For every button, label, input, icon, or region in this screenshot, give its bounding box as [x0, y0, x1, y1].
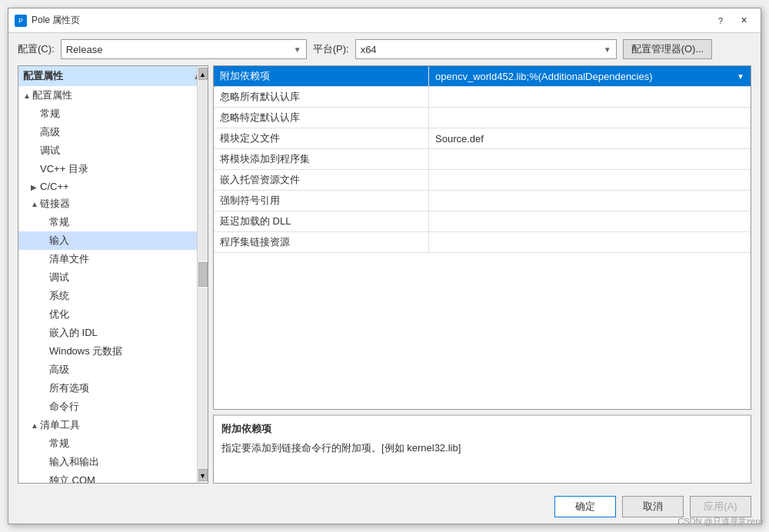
props-key: 忽略特定默认认库 — [214, 108, 429, 128]
title-bar: P Pole 属性页 ? ✕ — [8, 8, 761, 33]
dialog: P Pole 属性页 ? ✕ 配置(C): Release ▼ 平台(P): x… — [8, 8, 761, 524]
tree-item-linker-optimize[interactable]: 优化 — [18, 305, 208, 324]
props-val — [429, 170, 751, 190]
desc-title: 附加依赖项 — [221, 422, 743, 436]
scroll-track-2 — [198, 288, 208, 469]
props-row-0[interactable]: 附加依赖项 opencv_world452.lib;%(AdditionalDe… — [214, 66, 751, 87]
tree-header-label: 配置属性 — [23, 69, 63, 83]
scroll-down-btn[interactable]: ▼ — [198, 469, 208, 481]
props-val — [429, 232, 751, 252]
config-label: 配置(C): — [18, 42, 55, 56]
title-bar-left: P Pole 属性页 — [15, 14, 80, 27]
tree-item-vc-dir[interactable]: VC++ 目录 — [18, 160, 208, 178]
desc-text: 指定要添加到链接命令行的附加项。[例如 kernel32.lib] — [221, 441, 743, 456]
props-val — [429, 211, 751, 231]
props-key: 嵌入托管资源文件 — [214, 170, 429, 190]
props-key: 忽略所有默认认库 — [214, 87, 429, 107]
tree-item-linker-manifest[interactable]: 清单文件 — [18, 250, 208, 268]
expand-icon: ▲ — [23, 91, 32, 100]
tree-item-manifest-io[interactable]: 输入和输出 — [18, 453, 208, 471]
description-panel: 附加依赖项 指定要添加到链接命令行的附加项。[例如 kernel32.lib] — [213, 414, 751, 484]
tree-item-linker[interactable]: ▲链接器 — [18, 195, 208, 213]
props-row-8[interactable]: 程序集链接资源 — [214, 232, 751, 253]
props-row-6[interactable]: 强制符号引用 — [214, 191, 751, 211]
config-value: Release — [66, 44, 289, 55]
props-key: 程序集链接资源 — [214, 232, 429, 252]
help-button[interactable]: ? — [710, 12, 731, 29]
app-icon: P — [15, 15, 27, 27]
props-val — [429, 149, 751, 169]
scroll-thumb[interactable] — [198, 262, 208, 287]
expand-icon: ▲ — [31, 200, 40, 208]
tree-item-manifest-general[interactable]: 常规 — [18, 434, 208, 453]
props-key: 附加依赖项 — [214, 66, 429, 86]
tree-item-cpp[interactable]: ▶C/C++ — [18, 178, 208, 195]
props-val-text: opencv_world452.lib;%(AdditionalDependen… — [435, 71, 653, 82]
props-val — [429, 108, 751, 128]
tree-item-advanced[interactable]: 高级 — [18, 123, 208, 141]
props-val: Source.def — [429, 128, 751, 148]
tree-item-manifest-tool[interactable]: ▲清单工具 — [18, 416, 208, 434]
dropdown-arrow-icon: ▼ — [737, 72, 744, 81]
platform-label: 平台(P): — [313, 42, 349, 56]
expand-icon: ▲ — [31, 421, 40, 430]
expand-icon: ▶ — [31, 183, 40, 191]
tree-item-linker-winmeta[interactable]: Windows 元数据 — [18, 342, 208, 361]
tree-item-debug[interactable]: 调试 — [18, 141, 208, 160]
title-bar-controls: ? ✕ — [710, 12, 754, 29]
props-row-4[interactable]: 将模块添加到程序集 — [214, 149, 751, 170]
props-key: 模块定义文件 — [214, 128, 429, 148]
main-content: 配置属性 ▲ ▲配置属性常规高级调试VC++ 目录▶C/C++▲链接器常规输入清… — [8, 65, 761, 490]
props-val: opencv_world452.lib;%(AdditionalDependen… — [429, 66, 751, 86]
platform-dropdown[interactable]: x64 ▼ — [355, 39, 617, 59]
apply-button[interactable]: 应用(A) — [690, 496, 751, 517]
tree-container: ▲配置属性常规高级调试VC++ 目录▶C/C++▲链接器常规输入清单文件调试系统… — [18, 86, 208, 484]
watermark: CSDN @只道寻常zero — [677, 516, 763, 527]
footer: 确定 取消 应用(A) — [8, 490, 761, 524]
props-key: 强制符号引用 — [214, 191, 429, 211]
config-arrow-icon: ▼ — [294, 45, 301, 54]
right-panel: 附加依赖项 opencv_world452.lib;%(AdditionalDe… — [213, 65, 751, 484]
tree-item-manifest-com[interactable]: 独立 COM — [18, 471, 208, 484]
props-key: 延迟加载的 DLL — [214, 211, 429, 231]
scroll-track — [198, 80, 208, 261]
tree-item-cmdline[interactable]: 命令行 — [18, 397, 208, 416]
dialog-title: Pole 属性页 — [32, 14, 80, 27]
close-button[interactable]: ✕ — [733, 12, 754, 29]
tree-item-linker-all[interactable]: 所有选项 — [18, 379, 208, 397]
platform-arrow-icon: ▼ — [604, 45, 611, 54]
config-manager-button[interactable]: 配置管理器(O)... — [623, 39, 713, 59]
platform-value: x64 — [361, 44, 599, 55]
tree-item-linker-debug[interactable]: 调试 — [18, 268, 208, 287]
props-key: 将模块添加到程序集 — [214, 149, 429, 169]
cancel-button[interactable]: 取消 — [622, 496, 684, 517]
left-tree-panel: 配置属性 ▲ ▲配置属性常规高级调试VC++ 目录▶C/C++▲链接器常规输入清… — [18, 65, 208, 484]
tree-item-config-root[interactable]: ▲配置属性 — [18, 86, 208, 105]
props-table: 附加依赖项 opencv_world452.lib;%(AdditionalDe… — [213, 65, 751, 410]
props-row-2[interactable]: 忽略特定默认认库 — [214, 108, 751, 128]
props-val — [429, 87, 751, 107]
props-container: 附加依赖项 opencv_world452.lib;%(AdditionalDe… — [214, 66, 751, 253]
props-val — [429, 191, 751, 211]
tree-item-linker-system[interactable]: 系统 — [18, 287, 208, 305]
tree-item-linker-adv[interactable]: 高级 — [18, 361, 208, 379]
config-dropdown[interactable]: Release ▼ — [61, 39, 307, 59]
tree-item-linker-input[interactable]: 输入 — [18, 231, 208, 250]
tree-item-linker-general[interactable]: 常规 — [18, 213, 208, 231]
props-row-7[interactable]: 延迟加载的 DLL — [214, 211, 751, 232]
tree-header: 配置属性 ▲ — [18, 66, 208, 86]
props-val-text: Source.def — [435, 133, 484, 145]
props-row-5[interactable]: 嵌入托管资源文件 — [214, 170, 751, 191]
props-row-1[interactable]: 忽略所有默认认库 — [214, 87, 751, 108]
tree-item-general[interactable]: 常规 — [18, 105, 208, 123]
ok-button[interactable]: 确定 — [554, 496, 616, 517]
toolbar-row: 配置(C): Release ▼ 平台(P): x64 ▼ 配置管理器(O)..… — [8, 33, 761, 65]
props-row-3[interactable]: 模块定义文件 Source.def — [214, 128, 751, 149]
scroll-up-btn[interactable]: ▲ — [198, 68, 208, 80]
tree-item-linker-idl[interactable]: 嵌入的 IDL — [18, 324, 208, 342]
scrollbar[interactable]: ▲ ▼ — [197, 66, 208, 483]
